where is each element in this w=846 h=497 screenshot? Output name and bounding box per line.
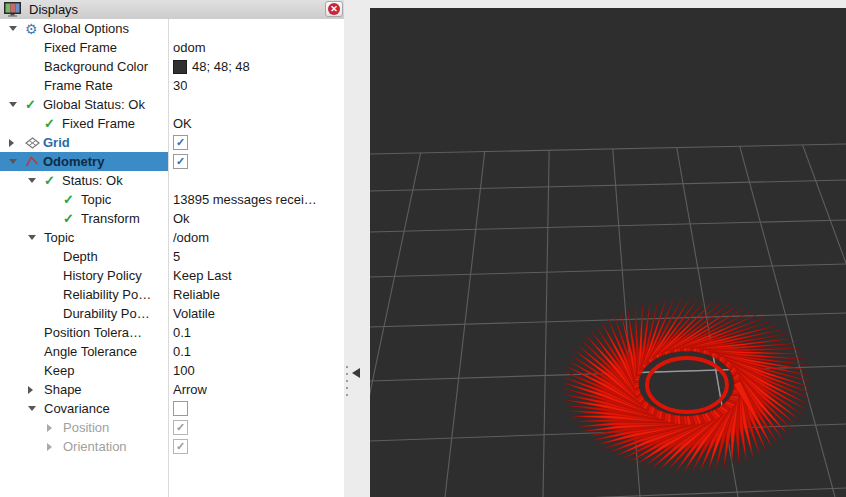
- checkbox-unchecked[interactable]: [173, 401, 188, 416]
- tree-row-depth[interactable]: Depth5: [0, 247, 344, 266]
- status-ok-check-icon: ✓: [25, 97, 36, 112]
- status-ok-check-icon: ✓: [63, 211, 74, 226]
- tree-row-history-policy[interactable]: History PolicyKeep Last: [0, 266, 344, 285]
- property-name-cell: Reliability Po…: [0, 285, 168, 304]
- tree-row-angle-tolerance[interactable]: Angle Tolerance0.1: [0, 342, 344, 361]
- property-value-cell[interactable]: 30: [168, 76, 344, 95]
- property-label: Angle Tolerance: [44, 344, 137, 359]
- property-name-cell: Odometry: [0, 152, 168, 171]
- property-value-cell: [168, 171, 344, 190]
- tree-row-odometry[interactable]: Odometry✓: [0, 152, 344, 171]
- tree-row-global-options[interactable]: ⚙Global Options: [0, 19, 344, 38]
- property-value-cell[interactable]: 0.1: [168, 323, 344, 342]
- splitter-handle[interactable]: [346, 366, 348, 401]
- expand-arrow-icon[interactable]: [44, 443, 63, 451]
- tree-row-orientation[interactable]: Orientation✓: [0, 437, 344, 456]
- tree-row-position-tolera[interactable]: Position Tolera…0.1: [0, 323, 344, 342]
- checkbox-checked[interactable]: ✓: [173, 154, 188, 169]
- property-name-cell: Orientation: [0, 437, 168, 456]
- close-button[interactable]: ✕: [325, 1, 343, 17]
- property-value: odom: [173, 40, 206, 55]
- tree-row-topic[interactable]: Topic/odom: [0, 228, 344, 247]
- tree-row-background-color[interactable]: Background Color48; 48; 48: [0, 57, 344, 76]
- property-value-cell[interactable]: Volatile: [168, 304, 344, 323]
- icon-slot: ✓: [25, 97, 43, 112]
- tree-row-durability-po[interactable]: Durability Po…Volatile: [0, 304, 344, 323]
- property-label: Background Color: [44, 59, 148, 74]
- icon-slot: ✓: [44, 116, 62, 131]
- expand-collapsearrow-icon[interactable]: [6, 26, 25, 31]
- property-value-cell[interactable]: Reliable: [168, 285, 344, 304]
- property-value-cell[interactable]: 5: [168, 247, 344, 266]
- property-value-cell[interactable]: Keep Last: [168, 266, 344, 285]
- tree-row-frame-rate[interactable]: Frame Rate30: [0, 76, 344, 95]
- tree-row-position[interactable]: Position✓: [0, 418, 344, 437]
- property-value-cell[interactable]: 48; 48; 48: [168, 57, 344, 76]
- expand-collapsearrow-icon[interactable]: [25, 235, 44, 240]
- property-value-cell[interactable]: Arrow: [168, 380, 344, 399]
- property-value: 13895 messages recei…: [173, 192, 317, 207]
- property-value: Arrow: [173, 382, 207, 397]
- property-value-cell: [168, 95, 344, 114]
- property-value-cell[interactable]: 0.1: [168, 342, 344, 361]
- tree-row-fixed-frame[interactable]: Fixed Frameodom: [0, 38, 344, 57]
- property-value-cell[interactable]: OK: [168, 114, 344, 133]
- expand-collapsearrow-icon[interactable]: [6, 102, 25, 107]
- property-name-cell: Keep: [0, 361, 168, 380]
- color-swatch[interactable]: [173, 60, 187, 74]
- property-name-cell: Depth: [0, 247, 168, 266]
- expand-collapsearrow-icon[interactable]: [6, 159, 25, 164]
- tree-row-fixed-frame[interactable]: ✓Fixed FrameOK: [0, 114, 344, 133]
- property-value: Volatile: [173, 306, 215, 321]
- property-name-cell: ✓Fixed Frame: [0, 114, 168, 133]
- checkbox-checked[interactable]: ✓: [173, 135, 188, 150]
- property-name-cell: Background Color: [0, 57, 168, 76]
- 3d-viewport[interactable]: [370, 8, 846, 497]
- render-pane: [370, 0, 846, 497]
- icon-slot: ✓: [44, 173, 62, 188]
- tree-row-transform[interactable]: ✓TransformOk: [0, 209, 344, 228]
- property-value-cell[interactable]: 13895 messages recei…: [168, 190, 344, 209]
- collapse-panel-icon[interactable]: [352, 368, 360, 378]
- expand-arrow-icon[interactable]: [44, 424, 63, 432]
- property-name-cell: History Policy: [0, 266, 168, 285]
- property-label: Status: Ok: [62, 173, 123, 188]
- grid-icon: [25, 137, 40, 149]
- property-value-cell[interactable]: Ok: [168, 209, 344, 228]
- property-label: History Policy: [63, 268, 142, 283]
- property-value-cell: ✓: [168, 418, 344, 437]
- expand-arrow-icon[interactable]: [25, 386, 44, 394]
- property-name-cell: Angle Tolerance: [0, 342, 168, 361]
- expand-collapsearrow-icon[interactable]: [25, 406, 44, 411]
- property-value: OK: [173, 116, 192, 131]
- status-ok-check-icon: ✓: [44, 116, 55, 131]
- tree-row-reliability-po[interactable]: Reliability Po…Reliable: [0, 285, 344, 304]
- rviz-window: Displays ✕ ⚙Global OptionsFixed Frameodo…: [0, 0, 846, 497]
- icon-slot: ✓: [63, 211, 81, 226]
- property-label: Global Status: Ok: [43, 97, 145, 112]
- tree-row-covariance[interactable]: Covariance: [0, 399, 344, 418]
- property-value-cell[interactable]: odom: [168, 38, 344, 57]
- tree-row-shape[interactable]: ShapeArrow: [0, 380, 344, 399]
- tree-row-keep[interactable]: Keep100: [0, 361, 344, 380]
- property-value-cell[interactable]: /odom: [168, 228, 344, 247]
- displays-tree: ⚙Global OptionsFixed FrameodomBackground…: [0, 19, 344, 497]
- displays-panel-titlebar[interactable]: Displays ✕: [0, 0, 344, 20]
- checkbox-checked[interactable]: ✓: [173, 439, 188, 454]
- property-label: Topic: [81, 192, 111, 207]
- status-ok-check-icon: ✓: [63, 192, 74, 207]
- property-value-cell: [168, 19, 344, 38]
- checkbox-checked[interactable]: ✓: [173, 420, 188, 435]
- odometry-icon: [25, 155, 39, 168]
- panel-splitter[interactable]: [344, 0, 370, 497]
- property-label: Durability Po…: [63, 306, 150, 321]
- expand-collapsearrow-icon[interactable]: [25, 178, 44, 183]
- tree-row-status-ok[interactable]: ✓Status: Ok: [0, 171, 344, 190]
- tree-row-topic[interactable]: ✓Topic13895 messages recei…: [0, 190, 344, 209]
- expand-arrow-icon[interactable]: [6, 139, 25, 147]
- property-label: Frame Rate: [44, 78, 113, 93]
- tree-row-grid[interactable]: Grid✓: [0, 133, 344, 152]
- property-value-cell[interactable]: 100: [168, 361, 344, 380]
- tree-row-global-status-ok[interactable]: ✓Global Status: Ok: [0, 95, 344, 114]
- property-name-cell: ✓Topic: [0, 190, 168, 209]
